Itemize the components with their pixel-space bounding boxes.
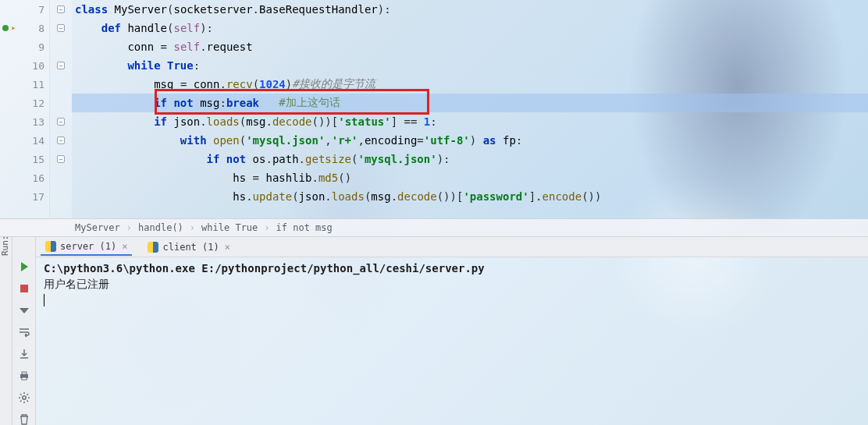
export-button[interactable] bbox=[17, 348, 31, 360]
token-def: handle bbox=[127, 22, 167, 34]
run-tab-server[interactable]: server (1) × bbox=[41, 239, 132, 256]
rerun-button[interactable] bbox=[17, 260, 31, 273]
code-line[interactable]: msg = conn.recv(1024)#接收的是字节流 bbox=[72, 75, 868, 94]
token-num: 1 bbox=[424, 115, 430, 128]
python-icon bbox=[45, 241, 56, 252]
breadcrumb-item[interactable]: MyServer bbox=[75, 222, 120, 233]
close-icon[interactable]: × bbox=[122, 241, 127, 252]
code-editor[interactable]: 78➤91011121314151617 class MyServer(sock… bbox=[0, 0, 868, 218]
run-tab-client[interactable]: client (1) × bbox=[143, 239, 234, 255]
token-op: ] == bbox=[391, 115, 424, 128]
code-line[interactable]: with open('mysql.json','r+',encoding='ut… bbox=[72, 131, 868, 150]
fold-toggle-icon[interactable] bbox=[57, 5, 65, 13]
token-fn: open bbox=[213, 134, 240, 147]
line-number: 11 bbox=[0, 75, 49, 94]
token-fn: md5 bbox=[318, 172, 338, 184]
breadcrumb-item[interactable]: while True bbox=[201, 222, 258, 233]
code-area[interactable]: class MyServer(socketserver.BaseRequestH… bbox=[72, 0, 868, 218]
token-fn: loads bbox=[207, 115, 240, 128]
run-label-column: Run: bbox=[0, 237, 12, 425]
console-line: 用户名已注册 bbox=[44, 278, 860, 293]
fold-toggle-icon[interactable] bbox=[57, 118, 65, 126]
close-icon[interactable]: × bbox=[225, 242, 230, 253]
token-op: . bbox=[391, 190, 397, 203]
run-tabs: server (1) × client (1) × bbox=[36, 237, 868, 257]
token-id: json bbox=[299, 190, 326, 203]
token-op: : bbox=[430, 115, 436, 128]
token-op: . bbox=[311, 172, 318, 184]
breadcrumb-item[interactable]: if not msg bbox=[276, 222, 333, 233]
stop-button[interactable] bbox=[17, 282, 31, 295]
svg-rect-2 bbox=[22, 372, 27, 374]
token-op: ( bbox=[253, 78, 259, 90]
token-op: ())[ bbox=[437, 190, 464, 203]
token-op: ( bbox=[167, 3, 173, 16]
token-op: : bbox=[443, 153, 450, 165]
token-op: ( bbox=[351, 153, 358, 165]
token-fn: loads bbox=[332, 190, 365, 203]
token-op: ) bbox=[378, 3, 384, 16]
token-num: 1024 bbox=[259, 78, 286, 90]
code-line[interactable]: if json.loads(msg.decode())['status'] ==… bbox=[72, 112, 868, 131]
token-str: 'r+' bbox=[332, 134, 358, 147]
token-op: = bbox=[246, 172, 265, 184]
code-line[interactable]: hs.update(json.loads(msg.decode())['pass… bbox=[72, 187, 868, 206]
console-output[interactable]: C:\python3.6\python.exe E:/pythonproject… bbox=[36, 257, 868, 425]
token-op: ( bbox=[292, 190, 298, 203]
token-op: . bbox=[299, 153, 305, 165]
token-cmt2: #加上这句话 bbox=[279, 96, 340, 110]
token-op: : bbox=[207, 22, 213, 34]
fold-toggle-icon[interactable] bbox=[57, 62, 65, 69]
token-kw: def bbox=[101, 22, 128, 34]
code-line[interactable]: conn = self.request bbox=[72, 37, 868, 56]
code-line[interactable]: def handle(self): bbox=[72, 19, 868, 37]
code-line[interactable]: hs = hashlib.md5() bbox=[72, 168, 868, 187]
print-button[interactable] bbox=[17, 370, 31, 382]
fold-toggle-icon[interactable] bbox=[57, 24, 65, 32]
run-toolbar bbox=[12, 237, 36, 425]
fold-gutter-row bbox=[50, 75, 72, 94]
scroll-down-button[interactable] bbox=[17, 304, 31, 317]
run-label: Run: bbox=[0, 236, 10, 257]
token-op: . bbox=[253, 3, 259, 16]
fold-toggle-icon[interactable] bbox=[57, 136, 65, 144]
code-line[interactable]: if not msg:break #加上这句话 bbox=[72, 94, 868, 112]
code-line[interactable]: while True: bbox=[72, 56, 868, 75]
line-number: 8➤ bbox=[0, 19, 49, 37]
breadcrumb[interactable]: MyServer › handle() › while True › if no… bbox=[0, 218, 868, 237]
token-id: conn bbox=[127, 41, 154, 53]
token-op: ( bbox=[240, 134, 246, 147]
token-op: ())[ bbox=[312, 115, 339, 128]
token-op: . bbox=[266, 115, 272, 128]
trash-button[interactable] bbox=[17, 413, 31, 425]
token-id: BaseRequestHandler bbox=[259, 3, 378, 16]
run-tool-window: Run: server (1) bbox=[0, 237, 868, 425]
code-line[interactable]: class MyServer(socketserver.BaseRequestH… bbox=[72, 0, 868, 19]
soft-wrap-button[interactable] bbox=[17, 326, 31, 338]
token-op: . bbox=[219, 78, 226, 90]
fold-gutter-row bbox=[50, 187, 72, 206]
token-op: , bbox=[358, 134, 364, 147]
svg-rect-0 bbox=[20, 285, 28, 292]
fold-toggle-icon[interactable] bbox=[57, 155, 65, 163]
token-fn: getsize bbox=[305, 153, 351, 165]
token-op: . bbox=[200, 115, 206, 128]
line-number: 16 bbox=[0, 168, 49, 187]
python-icon bbox=[148, 242, 158, 253]
breadcrumb-item[interactable]: handle() bbox=[138, 222, 183, 233]
settings-button[interactable] bbox=[17, 391, 31, 404]
override-marker-icon[interactable]: ➤ bbox=[11, 24, 16, 33]
token-kw: True bbox=[167, 59, 194, 72]
token-self: self bbox=[173, 22, 200, 34]
token-id: hs bbox=[233, 172, 246, 184]
modification-marker-icon bbox=[2, 25, 9, 31]
token-op: : bbox=[384, 3, 390, 16]
token-op: : bbox=[516, 134, 522, 147]
fold-gutter-row bbox=[50, 37, 72, 56]
code-line[interactable]: if not os.path.getsize('mysql.json'): bbox=[72, 150, 868, 168]
chevron-right-icon: › bbox=[190, 222, 195, 233]
fold-gutter[interactable] bbox=[50, 0, 72, 218]
token-str: 'mysql.json' bbox=[246, 134, 325, 147]
token-brk: break bbox=[226, 97, 259, 109]
token-kw: if not bbox=[154, 97, 200, 109]
